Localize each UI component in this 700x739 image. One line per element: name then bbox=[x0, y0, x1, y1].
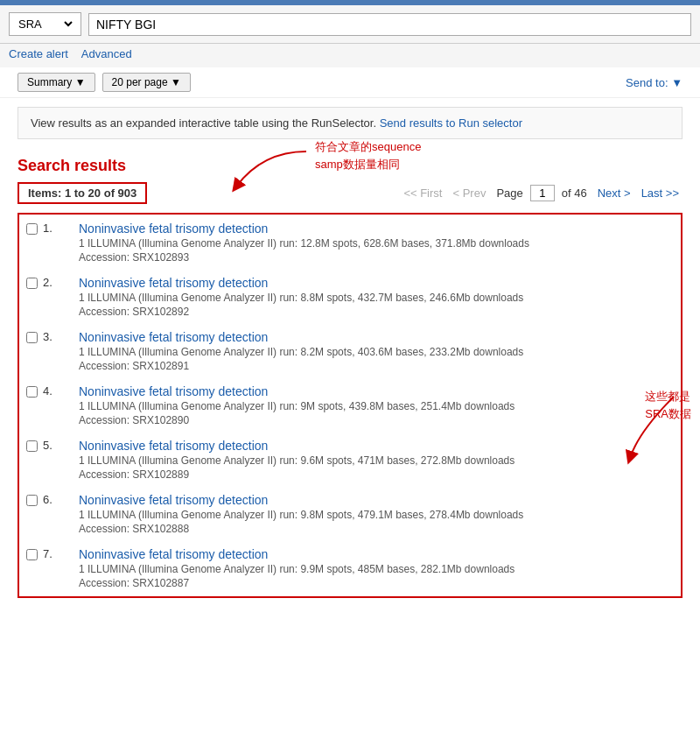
item-title-1[interactable]: Noninvasive fetal trisomy detection bbox=[79, 222, 674, 236]
item-title-5[interactable]: Noninvasive fetal trisomy detection bbox=[79, 439, 674, 453]
list-item: 4. Noninvasive fetal trisomy detection 1… bbox=[26, 384, 674, 426]
item-accession-1: Accession: SRX102893 bbox=[79, 251, 674, 264]
item-accession-6: Accession: SRX102888 bbox=[79, 523, 674, 535]
item-checkbox-4[interactable] bbox=[26, 386, 38, 398]
next-page-link[interactable]: Next > bbox=[594, 185, 634, 201]
last-page-link[interactable]: Last >> bbox=[638, 185, 682, 201]
database-selector[interactable]: SRA PubMed Gene Protein bbox=[9, 12, 81, 36]
item-content-2: Noninvasive fetal trisomy detection 1 IL… bbox=[79, 276, 674, 318]
database-dropdown[interactable]: SRA PubMed Gene Protein bbox=[15, 17, 75, 32]
item-meta-7: 1 ILLUMINA (Illumina Genome Analyzer II)… bbox=[79, 563, 674, 575]
item-accession-3: Accession: SRX102891 bbox=[79, 360, 674, 372]
item-title-6[interactable]: Noninvasive fetal trisomy detection bbox=[79, 493, 674, 507]
item-number-1: 1. bbox=[43, 222, 57, 235]
results-list-wrapper: 1. Noninvasive fetal trisomy detection 1… bbox=[18, 213, 682, 598]
per-page-button[interactable]: 20 per page ▼ bbox=[102, 73, 191, 92]
item-checkbox-3[interactable] bbox=[26, 332, 38, 343]
toolbar: Summary ▼ 20 per page ▼ Send to: ▼ bbox=[0, 67, 700, 98]
item-number-5: 5. bbox=[43, 439, 57, 452]
info-text: View results as an expanded interactive … bbox=[31, 116, 376, 130]
item-checkbox-5[interactable] bbox=[26, 440, 38, 452]
search-links: Create alert Advanced bbox=[0, 44, 700, 67]
item-number-4: 4. bbox=[43, 384, 57, 398]
item-checkbox-6[interactable] bbox=[26, 495, 38, 506]
list-item: 5. Noninvasive fetal trisomy detection 1… bbox=[26, 439, 674, 481]
item-content-7: Noninvasive fetal trisomy detection 1 IL… bbox=[79, 547, 674, 589]
first-page-link[interactable]: << First bbox=[400, 185, 445, 201]
item-meta-3: 1 ILLUMINA (Illumina Genome Analyzer II)… bbox=[79, 346, 674, 358]
search-input[interactable] bbox=[88, 13, 691, 36]
results-list: 1. Noninvasive fetal trisomy detection 1… bbox=[18, 213, 682, 598]
send-to-link[interactable]: Send to: ▼ bbox=[626, 76, 682, 89]
list-item: 3. Noninvasive fetal trisomy detection 1… bbox=[26, 330, 674, 372]
item-left-1: 1. bbox=[26, 222, 79, 264]
results-section: Search results 符合文章的sequence samp数据量相同 I… bbox=[0, 148, 700, 607]
item-content-3: Noninvasive fetal trisomy detection 1 IL… bbox=[79, 330, 674, 372]
item-content-1: Noninvasive fetal trisomy detection 1 IL… bbox=[79, 222, 674, 264]
results-header-area: 符合文章的sequence samp数据量相同 Items: 1 to 20 o… bbox=[18, 182, 682, 204]
item-title-2[interactable]: Noninvasive fetal trisomy detection bbox=[79, 276, 674, 290]
item-left-7: 7. bbox=[26, 547, 79, 589]
list-item: 6. Noninvasive fetal trisomy detection 1… bbox=[26, 493, 674, 535]
item-left-4: 4. bbox=[26, 384, 79, 426]
item-content-4: Noninvasive fetal trisomy detection 1 IL… bbox=[79, 384, 674, 426]
results-title: Search results bbox=[18, 157, 682, 175]
item-number-7: 7. bbox=[43, 547, 57, 560]
item-number-6: 6. bbox=[43, 493, 57, 506]
item-left-6: 6. bbox=[26, 493, 79, 535]
pagination-controls: << First < Prev Page of 46 Next > Last >… bbox=[400, 185, 682, 201]
item-meta-5: 1 ILLUMINA (Illumina Genome Analyzer II)… bbox=[79, 454, 674, 467]
item-meta-2: 1 ILLUMINA (Illumina Genome Analyzer II)… bbox=[79, 292, 674, 304]
prev-page-link[interactable]: < Prev bbox=[449, 185, 489, 201]
item-content-6: Noninvasive fetal trisomy detection 1 IL… bbox=[79, 493, 674, 535]
item-meta-6: 1 ILLUMINA (Illumina Genome Analyzer II)… bbox=[79, 509, 674, 521]
item-title-7[interactable]: Noninvasive fetal trisomy detection bbox=[79, 547, 674, 561]
toolbar-right: Send to: ▼ bbox=[626, 76, 682, 89]
item-content-5: Noninvasive fetal trisomy detection 1 IL… bbox=[79, 439, 674, 481]
items-badge: Items: 1 to 20 of 903 bbox=[18, 182, 147, 204]
pagination-row: Items: 1 to 20 of 903 << First < Prev Pa… bbox=[18, 182, 682, 204]
item-number-2: 2. bbox=[43, 276, 57, 289]
item-number-3: 3. bbox=[43, 330, 57, 343]
advanced-link[interactable]: Advanced bbox=[81, 47, 132, 60]
list-item: 1. Noninvasive fetal trisomy detection 1… bbox=[26, 222, 674, 264]
item-left-2: 2. bbox=[26, 276, 79, 318]
toolbar-left: Summary ▼ 20 per page ▼ bbox=[18, 73, 191, 92]
item-title-3[interactable]: Noninvasive fetal trisomy detection bbox=[79, 330, 674, 344]
item-meta-4: 1 ILLUMINA (Illumina Genome Analyzer II)… bbox=[79, 400, 674, 412]
create-alert-link[interactable]: Create alert bbox=[9, 47, 68, 60]
item-accession-7: Accession: SRX102887 bbox=[79, 577, 674, 589]
item-accession-2: Accession: SRX102892 bbox=[79, 306, 674, 318]
item-left-5: 5. bbox=[26, 439, 79, 481]
summary-button[interactable]: Summary ▼ bbox=[18, 73, 95, 92]
item-left-3: 3. bbox=[26, 330, 79, 372]
item-checkbox-7[interactable] bbox=[26, 549, 38, 560]
list-item: 7. Noninvasive fetal trisomy detection 1… bbox=[26, 547, 674, 589]
page-label: Page bbox=[493, 185, 526, 201]
page-input[interactable] bbox=[530, 185, 555, 201]
item-meta-1: 1 ILLUMINA (Illumina Genome Analyzer II)… bbox=[79, 237, 674, 250]
item-accession-5: Accession: SRX102889 bbox=[79, 468, 674, 481]
item-checkbox-1[interactable] bbox=[26, 223, 38, 235]
item-title-4[interactable]: Noninvasive fetal trisomy detection bbox=[79, 384, 674, 398]
of-text: of 46 bbox=[558, 185, 591, 201]
list-item: 2. Noninvasive fetal trisomy detection 1… bbox=[26, 276, 674, 318]
item-checkbox-2[interactable] bbox=[26, 278, 38, 289]
info-box: View results as an expanded interactive … bbox=[18, 107, 682, 139]
run-selector-link[interactable]: Send results to Run selector bbox=[380, 116, 522, 130]
search-bar: SRA PubMed Gene Protein bbox=[0, 5, 700, 44]
item-accession-4: Accession: SRX102890 bbox=[79, 414, 674, 426]
